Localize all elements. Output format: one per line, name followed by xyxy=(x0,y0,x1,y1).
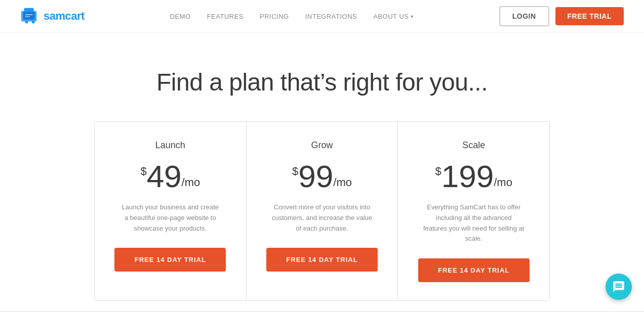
plan-price-launch: $ 49 /mo xyxy=(140,161,200,192)
svg-rect-6 xyxy=(25,16,30,17)
chat-icon xyxy=(612,280,625,293)
plan-description-scale: Everything SamCart has to offer includin… xyxy=(423,202,525,244)
plan-dollar-scale: $ xyxy=(435,165,441,178)
plan-card-scale: Scale $ 199 /mo Everything SamCart has t… xyxy=(398,122,549,300)
logo-text: samcart xyxy=(44,10,85,23)
nav-link-about[interactable]: ABOUT US ▾ xyxy=(373,13,414,20)
nav-item-pricing[interactable]: PRICING xyxy=(260,12,289,21)
nav-links: DEMO FEATURES PRICING INTEGRATIONS ABOUT… xyxy=(170,12,414,21)
chat-button[interactable] xyxy=(606,274,632,300)
nav-link-pricing[interactable]: PRICING xyxy=(260,13,289,20)
nav-link-integrations[interactable]: INTEGRATIONS xyxy=(305,13,357,20)
plan-name-scale: Scale xyxy=(462,140,485,151)
chevron-down-icon: ▾ xyxy=(411,14,414,19)
nav-item-integrations[interactable]: INTEGRATIONS xyxy=(305,12,357,21)
plan-amount-launch: 49 xyxy=(147,161,182,192)
svg-point-4 xyxy=(32,21,35,24)
plan-price-scale: $ 199 /mo xyxy=(435,161,512,192)
trial-button-scale[interactable]: FREE 14 DAY TRIAL xyxy=(418,258,530,282)
trial-button-grow[interactable]: FREE 14 DAY TRIAL xyxy=(266,248,378,272)
free-trial-nav-button[interactable]: FREE TRIAL xyxy=(555,7,624,25)
plan-description-launch: Launch your business and create a beauti… xyxy=(119,202,221,234)
plan-card-grow: Grow $ 99 /mo Convert more of your visit… xyxy=(247,122,398,300)
trial-button-launch[interactable]: FREE 14 DAY TRIAL xyxy=(114,248,226,272)
nav-link-demo[interactable]: DEMO xyxy=(170,13,191,20)
plan-card-launch: Launch $ 49 /mo Launch your business and… xyxy=(95,122,247,300)
plan-price-grow: $ 99 /mo xyxy=(292,161,352,192)
plan-description-grow: Convert more of your visitors into custo… xyxy=(271,202,373,234)
svg-rect-5 xyxy=(25,14,33,15)
pricing-cards-container: Launch $ 49 /mo Launch your business and… xyxy=(94,121,550,301)
plan-permonth-grow: /mo xyxy=(333,176,352,189)
logo-icon xyxy=(20,7,39,26)
hero-heading: Find a plan that’s right for you... xyxy=(10,68,634,96)
svg-point-3 xyxy=(25,21,28,24)
hero-section: Find a plan that’s right for you... xyxy=(0,33,644,121)
plan-permonth-scale: /mo xyxy=(494,176,512,189)
main-nav: samcart DEMO FEATURES PRICING INTEGRATIO… xyxy=(0,0,644,33)
plan-permonth-launch: /mo xyxy=(182,176,200,189)
plan-name-grow: Grow xyxy=(311,140,333,151)
plan-dollar-launch: $ xyxy=(140,165,146,178)
logo-link[interactable]: samcart xyxy=(20,7,85,26)
nav-actions: LOGIN FREE TRIAL xyxy=(499,6,624,26)
plan-dollar-grow: $ xyxy=(292,165,298,178)
nav-link-features[interactable]: FEATURES xyxy=(207,13,244,20)
pricing-section: Launch $ 49 /mo Launch your business and… xyxy=(0,121,644,301)
plan-amount-scale: 199 xyxy=(441,161,494,192)
nav-item-about[interactable]: ABOUT US ▾ xyxy=(373,13,414,20)
login-button[interactable]: LOGIN xyxy=(499,6,549,26)
plan-name-launch: Launch xyxy=(155,140,185,151)
nav-item-features[interactable]: FEATURES xyxy=(207,12,244,21)
svg-rect-2 xyxy=(23,12,35,19)
plan-amount-grow: 99 xyxy=(298,161,333,192)
nav-item-demo[interactable]: DEMO xyxy=(170,12,191,21)
